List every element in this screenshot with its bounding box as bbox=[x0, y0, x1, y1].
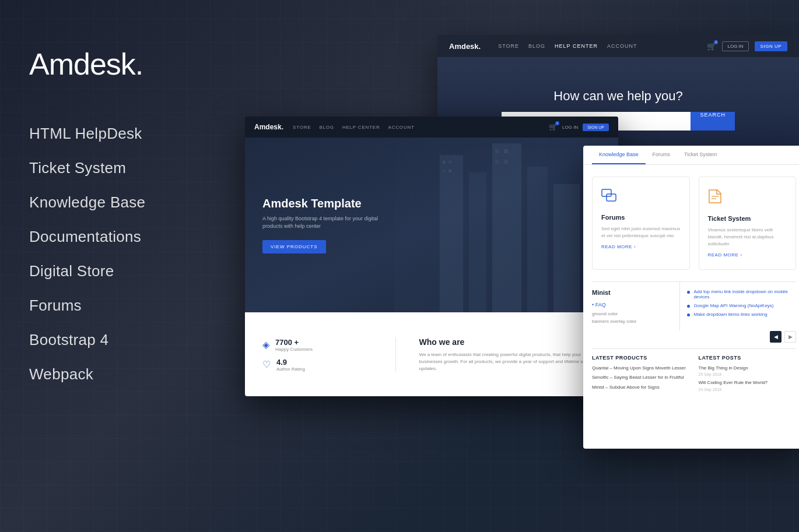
svg-rect-11 bbox=[504, 149, 508, 153]
front-nav-logo: Amdesk. bbox=[254, 123, 283, 131]
update-text-2: Make dropdown items links working bbox=[693, 312, 767, 317]
latest-product-1-title: Senolfic – Saying Beast Lesser for in Fr… bbox=[592, 375, 690, 380]
forums-read-more[interactable]: READ MORE › bbox=[601, 244, 636, 249]
front-navbar: Amdesk. STORE BLOG HELP CENTER ACCOUNT 🛒… bbox=[245, 117, 618, 138]
stat-customers: ◈ 7700 + Happy Customers bbox=[262, 338, 384, 352]
back-navbar: Amdesk. STORE BLOG HELP CENTER ACCOUNT 🛒… bbox=[437, 35, 799, 57]
back-nav-account[interactable]: ACCOUNT bbox=[607, 43, 637, 49]
latest-posts-title: LATEST POSTS bbox=[699, 355, 797, 361]
update-1: Google Map API Warning (NoApiKeys) bbox=[687, 303, 798, 308]
latest-post-1-title: Will Coding Ever Rule the World? bbox=[699, 380, 797, 386]
svg-rect-9 bbox=[448, 170, 451, 172]
latest-products-col: LATEST PRODUCTS Quantal – Moving Upon Si… bbox=[592, 355, 690, 395]
front-signup-btn[interactable]: SIGN UP bbox=[583, 124, 609, 131]
sidebar-item-forums[interactable]: Forums bbox=[29, 288, 216, 323]
cards-section: Forums Sed eget nibh justo euismod maxim… bbox=[583, 165, 799, 281]
topic-ground-color[interactable]: ground color bbox=[592, 311, 671, 316]
front-hero-subtitle: A high quality Bootstrap 4 template for … bbox=[262, 215, 391, 231]
ticket-read-more[interactable]: READ MORE › bbox=[708, 252, 742, 258]
topic-banners[interactable]: banners overlay color bbox=[592, 319, 671, 324]
sidebar-item-html-helpdesk[interactable]: HTML HelpDesk bbox=[29, 117, 216, 151]
update-text-1: Google Map API Warning (NoApiKeys) bbox=[693, 303, 773, 308]
latest-products-title: LATEST PRODUCTS bbox=[592, 355, 690, 361]
latest-product-2: Minist – Subdue Above for Signs bbox=[592, 385, 690, 390]
front-cart-icon: 🛒1 bbox=[549, 123, 558, 131]
svg-rect-0 bbox=[440, 155, 463, 312]
ticket-card-icon bbox=[708, 189, 722, 207]
sidebar-item-bootstrap-4[interactable]: Bootstrap 4 bbox=[29, 323, 216, 357]
back-nav-help-center[interactable]: HELP CENTER bbox=[555, 43, 598, 49]
screenshot-front: Amdesk. STORE BLOG HELP CENTER ACCOUNT 🛒… bbox=[245, 117, 618, 396]
update-bullet-1 bbox=[687, 305, 690, 308]
sidebar: Amdesk. HTML HelpDesk Ticket System Know… bbox=[0, 0, 245, 532]
update-bullet-2 bbox=[687, 313, 690, 316]
front-cart-badge: 1 bbox=[555, 121, 559, 125]
front-nav-store[interactable]: STORE bbox=[293, 125, 311, 130]
page-prev-btn[interactable]: ◀ bbox=[770, 331, 782, 343]
who-title: Who we are bbox=[419, 337, 601, 347]
forums-card-title: Forums bbox=[601, 214, 625, 221]
forums-card-desc: Sed eget nibh justo euismod maximus et v… bbox=[601, 226, 681, 239]
front-nav-actions: 🛒1 LOG IN SIGN UP bbox=[549, 123, 609, 131]
stats-section: ◈ 7700 + Happy Customers ♡ 4.9 Author Ra… bbox=[245, 312, 618, 396]
back-hero-title: How can we help you? bbox=[553, 89, 682, 104]
sidebar-nav: HTML HelpDesk Ticket System Knowledge Ba… bbox=[29, 117, 216, 392]
ticket-card: Ticket System Vivamus scelerisque libero… bbox=[699, 177, 797, 270]
stat-rating-number: 4.9 bbox=[276, 358, 305, 367]
back-login-btn[interactable]: LOG IN bbox=[722, 41, 748, 51]
latest-post-0: The Big Thing in Design 25 Sep 2018 bbox=[699, 365, 797, 376]
latest-product-2-title: Minist – Subdue Above for Signs bbox=[592, 385, 690, 390]
back-nav-store[interactable]: STORE bbox=[498, 43, 519, 49]
latest-post-0-title: The Big Thing in Design bbox=[699, 365, 797, 371]
svg-rect-8 bbox=[443, 170, 446, 172]
svg-rect-2 bbox=[492, 143, 521, 312]
sidebar-item-knowledge-base[interactable]: Knowledge Base bbox=[29, 185, 216, 220]
front-hero: Amdesk Template A high quality Bootstrap… bbox=[245, 138, 618, 312]
svg-rect-12 bbox=[495, 160, 499, 164]
minist-title: Minist bbox=[592, 289, 671, 296]
sidebar-item-documentations[interactable]: Documentations bbox=[29, 220, 216, 254]
svg-rect-6 bbox=[443, 161, 446, 164]
stat-rating: ♡ 4.9 Author Rating bbox=[262, 358, 384, 372]
forums-card-icon bbox=[601, 189, 618, 206]
back-nav-blog[interactable]: BLOG bbox=[528, 43, 545, 49]
front-nav-account[interactable]: ACCOUNT bbox=[388, 125, 415, 130]
front-login-btn[interactable]: LOG IN bbox=[562, 125, 578, 130]
back-nav-actions: 🛒1 LOG IN SIGN UP bbox=[707, 41, 787, 51]
update-bullet-0 bbox=[687, 291, 690, 294]
svg-rect-3 bbox=[527, 167, 548, 312]
tab-ticket-system[interactable]: Ticket System bbox=[677, 146, 724, 164]
stat-customers-label: Happy Customers bbox=[275, 347, 313, 352]
front-nav-blog[interactable]: BLOG bbox=[319, 125, 334, 130]
stat-customers-number: 7700 + bbox=[275, 338, 313, 347]
latest-posts-col: LATEST POSTS The Big Thing in Design 25 … bbox=[699, 355, 797, 395]
front-nav-help[interactable]: HELP CENTER bbox=[342, 125, 380, 130]
update-0: Add top menu link inside dropdown on mob… bbox=[687, 289, 798, 300]
back-nav-links: STORE BLOG HELP CENTER ACCOUNT bbox=[498, 43, 637, 49]
tab-knowledge-base[interactable]: Knowledge Base bbox=[592, 146, 646, 164]
latest-product-0-title: Quantal – Moving Upon Signs Moveth Lesse… bbox=[592, 365, 690, 371]
svg-rect-1 bbox=[469, 172, 486, 312]
stat-rating-content: 4.9 Author Rating bbox=[276, 358, 305, 372]
latest-product-1: Senolfic – Saying Beast Lesser for in Fr… bbox=[592, 375, 690, 380]
svg-rect-7 bbox=[448, 161, 451, 164]
page-next-btn[interactable]: ▶ bbox=[784, 331, 796, 343]
front-hero-btn[interactable]: VIEW PRODUCTS bbox=[262, 240, 326, 253]
latest-post-1: Will Coding Ever Rule the World? 24 Sep … bbox=[699, 380, 797, 391]
front-hero-title: Amdesk Template bbox=[262, 197, 601, 210]
sidebar-logo: Amdesk. bbox=[29, 47, 216, 82]
back-signup-btn[interactable]: SIGN UP bbox=[755, 41, 787, 51]
screenshot-right: Knowledge Base Forums Ticket System Foru… bbox=[583, 146, 799, 449]
stats-block: ◈ 7700 + Happy Customers ♡ 4.9 Author Ra… bbox=[262, 338, 384, 372]
pagination-row: ◀ ▶ bbox=[583, 331, 799, 348]
ticket-card-title: Ticket System bbox=[708, 215, 751, 222]
who-text: We a team of enthusiasts that creating p… bbox=[419, 351, 601, 372]
sidebar-item-digital-store[interactable]: Digital Store bbox=[29, 254, 216, 288]
sidebar-item-ticket-system[interactable]: Ticket System bbox=[29, 151, 216, 185]
back-search-btn[interactable]: SEARCH bbox=[691, 112, 735, 131]
faq-item-0[interactable]: • FAQ bbox=[592, 302, 671, 308]
update-2: Make dropdown items links working bbox=[687, 312, 798, 317]
tab-forums[interactable]: Forums bbox=[646, 146, 678, 164]
sidebar-item-webpack[interactable]: Webpack bbox=[29, 357, 216, 392]
stat-rating-label: Author Rating bbox=[276, 367, 305, 372]
